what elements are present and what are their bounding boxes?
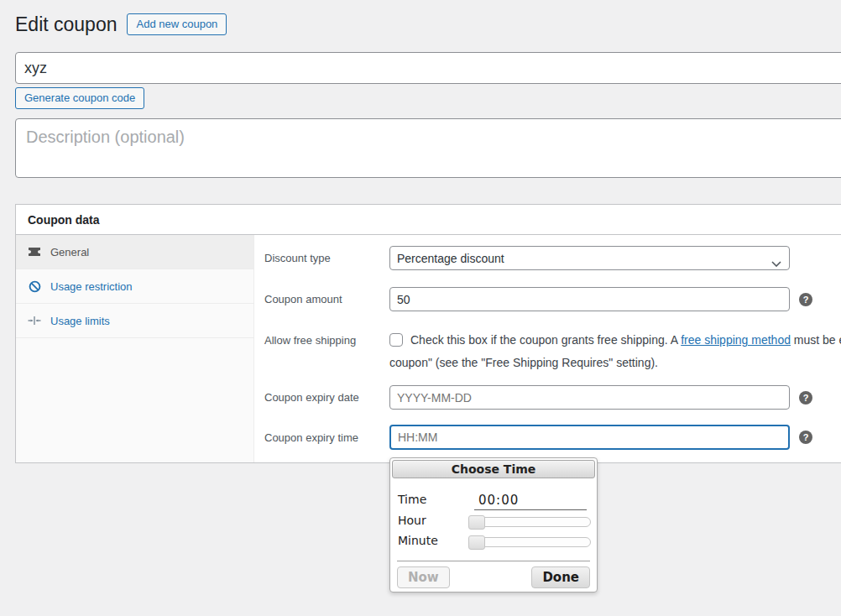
- generate-coupon-code-button[interactable]: Generate coupon code: [15, 87, 144, 109]
- help-icon[interactable]: ?: [799, 431, 812, 444]
- coupon-data-tabs: General Usage restriction Usage limits: [16, 235, 254, 462]
- hour-slider[interactable]: [468, 517, 591, 527]
- tab-usage-limits[interactable]: Usage limits: [16, 304, 253, 338]
- discount-type-label: Discount type: [264, 252, 389, 264]
- hour-slider-handle[interactable]: [468, 515, 485, 530]
- free-shipping-description: Check this box if the coupon grants free…: [389, 329, 841, 374]
- block-icon: [28, 279, 41, 293]
- tab-usage-restriction[interactable]: Usage restriction: [16, 269, 253, 304]
- time-value-field[interactable]: 00:00: [474, 493, 587, 510]
- time-picker-title: Choose Time: [392, 460, 595, 478]
- help-icon[interactable]: ?: [799, 391, 812, 405]
- free-shipping-label: Allow free shipping: [264, 329, 389, 347]
- expiry-time-label: Coupon expiry time: [264, 431, 389, 444]
- expiry-date-label: Coupon expiry date: [264, 391, 389, 404]
- help-icon[interactable]: ?: [799, 293, 812, 306]
- tab-label: General: [50, 246, 89, 258]
- tab-label: Usage restriction: [50, 280, 133, 293]
- free-shipping-text: Check this box if the coupon grants free…: [410, 333, 681, 347]
- page-title: Edit coupon: [15, 12, 117, 37]
- free-shipping-text: must be enabled in your shipping zone an…: [791, 333, 841, 347]
- discount-type-select-wrap: Percentage discount: [389, 246, 790, 270]
- expiry-time-input[interactable]: [389, 425, 790, 450]
- coupon-data-panel: Coupon data General Usage restriction Us…: [15, 204, 841, 463]
- add-new-coupon-button[interactable]: Add new coupon: [127, 13, 227, 35]
- hour-label: Hour: [398, 514, 426, 527]
- time-picker-popup: Choose Time Time 00:00 Hour Minute Now D…: [389, 457, 598, 593]
- expiry-date-row: Coupon expiry date ?: [264, 385, 812, 410]
- coupon-code-input[interactable]: [15, 52, 841, 84]
- free-shipping-method-link[interactable]: free shipping method: [681, 333, 791, 347]
- minute-slider[interactable]: [468, 537, 591, 547]
- free-shipping-line1: Check this box if the coupon grants free…: [389, 333, 841, 347]
- coupon-amount-row: Coupon amount ?: [264, 287, 812, 311]
- coupon-amount-input[interactable]: [389, 287, 790, 311]
- coupon-data-panel-title: Coupon data: [16, 205, 841, 235]
- free-shipping-line2: coupon" (see the "Free Shipping Requires…: [389, 352, 841, 374]
- tab-label: Usage limits: [50, 315, 110, 327]
- minute-slider-handle[interactable]: [468, 535, 485, 550]
- discount-type-row: Discount type Percentage discount: [264, 246, 790, 270]
- free-shipping-checkbox[interactable]: [389, 333, 403, 347]
- now-button[interactable]: Now: [397, 566, 450, 588]
- expiry-time-row: Coupon expiry time ?: [264, 425, 812, 450]
- discount-type-select[interactable]: Percentage discount: [389, 246, 790, 270]
- done-button[interactable]: Done: [531, 566, 590, 588]
- description-textarea[interactable]: [15, 118, 841, 178]
- ticket-icon: [28, 245, 41, 258]
- free-shipping-row: Allow free shipping Check this box if th…: [264, 329, 841, 374]
- tab-general[interactable]: General: [16, 235, 253, 269]
- page-header: Edit coupon Add new coupon: [15, 12, 227, 37]
- coupon-amount-label: Coupon amount: [264, 293, 389, 305]
- time-picker-divider: [397, 561, 590, 561]
- time-label: Time: [398, 493, 426, 506]
- minute-label: Minute: [398, 534, 438, 547]
- limit-icon: [28, 314, 41, 327]
- expiry-date-input[interactable]: [389, 385, 790, 410]
- coupon-data-panel-body: General Usage restriction Usage limits D…: [16, 235, 841, 462]
